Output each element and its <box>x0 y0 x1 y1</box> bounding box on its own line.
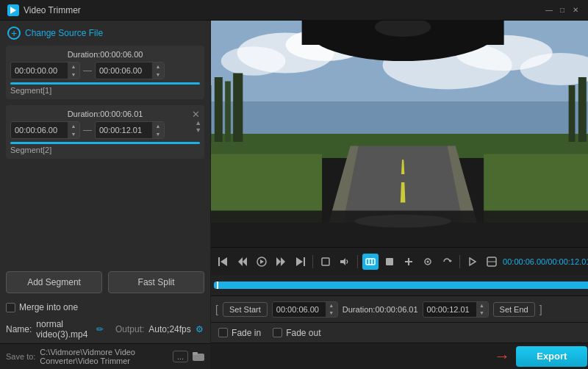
timeline-fill <box>214 282 588 289</box>
segment-2-end-wrap: ▲ ▼ <box>95 121 165 139</box>
segment-2-down-arrow[interactable]: ▼ <box>195 127 201 134</box>
set-start-button[interactable]: Set Start <box>223 302 268 317</box>
segment-1-start-wrap: ▲ ▼ <box>10 62 80 79</box>
segment-1-end-up[interactable]: ▲ <box>152 62 164 71</box>
svg-marker-34 <box>220 257 227 266</box>
maximize-button[interactable]: □ <box>557 5 567 15</box>
segment-1-end-down[interactable]: ▼ <box>152 71 164 79</box>
fade-out-label: Fade out <box>286 328 320 338</box>
segment-2-end-up[interactable]: ▲ <box>152 122 164 130</box>
svg-marker-40 <box>281 257 285 266</box>
segment-2-start-up[interactable]: ▲ <box>68 122 79 130</box>
volume-button[interactable] <box>337 254 353 270</box>
svg-rect-48 <box>386 258 393 265</box>
set-end-button[interactable]: Set End <box>493 302 535 317</box>
snapshot-button[interactable] <box>420 254 436 270</box>
svg-rect-33 <box>218 257 220 266</box>
edit-filename-icon[interactable]: ✏ <box>96 324 104 334</box>
app-icon <box>7 4 19 16</box>
set-start-up[interactable]: ▲ <box>326 302 337 309</box>
ctrl-time-display: 00:00:06.00/00:00:12.01 <box>503 257 588 266</box>
segments-area: Duration:00:00:06.00 ▲ ▼ — ▲ <box>0 46 210 265</box>
svg-marker-35 <box>238 257 243 266</box>
segment-2-start-spin: ▲ ▼ <box>68 122 79 138</box>
play-button[interactable] <box>254 254 270 270</box>
dash-1: — <box>83 65 92 76</box>
svg-marker-44 <box>340 258 345 265</box>
svg-rect-41 <box>304 257 305 266</box>
save-label: Save to: <box>6 352 35 361</box>
timeline-track[interactable] <box>214 282 588 289</box>
app-title: Video Trimmer <box>24 5 81 15</box>
bottom-buttons: Add Segment Fast Split <box>0 265 210 299</box>
output-settings-icon[interactable]: ⚙ <box>196 323 204 336</box>
fast-split-button[interactable]: Fast Split <box>108 271 204 293</box>
svg-marker-38 <box>260 259 264 264</box>
merge-checkbox-wrap[interactable]: Merge into one <box>6 302 78 312</box>
fade-row: Fade in Fade out <box>211 322 588 343</box>
timeline-area[interactable] <box>211 275 588 295</box>
rewind-button[interactable] <box>234 254 251 270</box>
save-folder-button[interactable] <box>193 351 204 363</box>
stop-button[interactable] <box>381 254 398 270</box>
segment-2-label: Segment[2] <box>10 146 51 154</box>
file-name-label: Name: <box>6 324 32 334</box>
segment-2-up-arrow[interactable]: ▲ <box>195 120 201 126</box>
file-row: Name: normal video(3).mp4 ✏ Output: Auto… <box>0 315 210 343</box>
merge-checkbox[interactable] <box>6 303 15 312</box>
fade-out-checkbox[interactable] <box>273 328 282 337</box>
segment-2-close-button[interactable]: ✕ <box>190 108 201 120</box>
segment-1-label: Segment[1] <box>10 86 51 95</box>
svg-rect-16 <box>215 77 223 142</box>
segment-2-inputs: ▲ ▼ — ▲ ▼ <box>10 121 200 139</box>
output-label: Output: <box>115 324 144 334</box>
save-path: C:\Vidmore\Vidmore Video Converter\Video… <box>40 348 168 365</box>
fade-in-checkbox[interactable] <box>218 328 228 337</box>
minimize-button[interactable]: — <box>544 5 554 15</box>
segment-1-end-wrap: ▲ ▼ <box>95 62 165 79</box>
video-preview <box>211 21 588 247</box>
segment-1-bar-wrap <box>10 82 200 85</box>
rotate-button[interactable] <box>439 254 455 270</box>
play-alt-button[interactable] <box>465 254 481 270</box>
svg-rect-17 <box>225 82 231 143</box>
segment-2-bar <box>10 142 200 144</box>
video-scene <box>211 21 588 247</box>
svg-point-7 <box>221 46 286 76</box>
set-end-down[interactable]: ▼ <box>476 309 488 317</box>
segment-mode-button[interactable] <box>362 254 379 270</box>
ctrl-sep-2 <box>357 255 358 268</box>
export-button[interactable]: Export <box>516 346 587 367</box>
segment-2-start-down[interactable]: ▼ <box>68 130 79 138</box>
svg-rect-18 <box>233 74 243 143</box>
file-name: normal video(3).mp4 <box>36 319 92 340</box>
svg-marker-39 <box>276 257 281 266</box>
dash-2: — <box>83 125 92 135</box>
set-end-up[interactable]: ▲ <box>476 302 488 309</box>
window-controls: — □ ✕ <box>544 5 581 15</box>
svg-rect-19 <box>569 85 576 142</box>
skip-end-button[interactable] <box>292 254 308 270</box>
open-bracket: [ <box>215 304 218 315</box>
merge-row: Merge into one <box>0 299 210 315</box>
svg-marker-42 <box>296 257 303 266</box>
close-button[interactable]: ✕ <box>570 5 581 15</box>
change-source-button[interactable]: + Change Source File <box>0 21 210 46</box>
fade-out-wrap[interactable]: Fade out <box>273 328 320 338</box>
segment-1-start-up[interactable]: ▲ <box>68 62 79 71</box>
mark-button[interactable] <box>484 254 500 270</box>
segment-1-inputs: ▲ ▼ — ▲ ▼ <box>10 62 200 79</box>
forward-button[interactable] <box>273 254 289 270</box>
segment-2-end-down[interactable]: ▼ <box>152 130 164 138</box>
controls-bar: 00:00:06.00/00:00:12.01 <box>211 247 588 275</box>
fade-in-wrap[interactable]: Fade in <box>218 328 261 338</box>
set-start-down[interactable]: ▼ <box>326 309 337 317</box>
add-segment-button[interactable]: Add Segment <box>6 271 102 293</box>
merge-label: Merge into one <box>19 302 78 312</box>
skip-back-button[interactable] <box>215 254 232 270</box>
crop-button[interactable] <box>318 254 334 270</box>
segment-1-start-down[interactable]: ▼ <box>68 71 79 79</box>
segment-2-end-spin: ▲ ▼ <box>152 122 164 138</box>
add-button[interactable] <box>401 254 417 270</box>
save-browse-button[interactable]: ... <box>173 351 188 362</box>
